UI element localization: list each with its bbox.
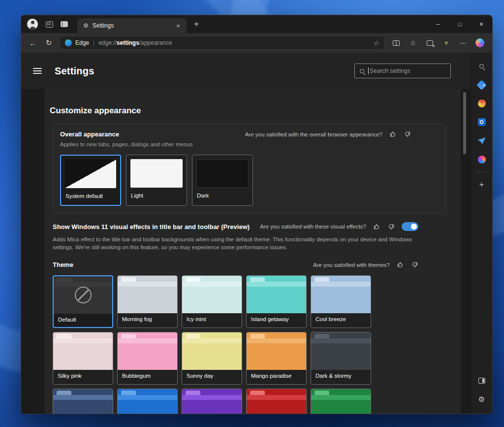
back-button[interactable]: ← bbox=[25, 36, 41, 50]
theme-preview bbox=[118, 389, 177, 414]
split-screen-button[interactable] bbox=[388, 36, 405, 50]
content-column: Customize appearance Overall appearance … bbox=[45, 89, 461, 414]
theme-tile-morning-fog[interactable]: Morning fog bbox=[117, 275, 178, 328]
sidebar-messenger-button[interactable] bbox=[474, 152, 489, 167]
thumbs-up-icon[interactable] bbox=[373, 223, 380, 230]
sidebar-search-button[interactable] bbox=[474, 59, 489, 73]
collections-button[interactable] bbox=[421, 36, 438, 50]
theme-tile-label: Bubblegum bbox=[118, 370, 177, 379]
more-menu-button[interactable]: ⋯ bbox=[455, 36, 472, 50]
thumbs-down-icon[interactable] bbox=[411, 261, 418, 268]
theme-tile-dark-stormy[interactable]: Dark & stormy bbox=[311, 332, 371, 385]
theme-tile-sunny-day[interactable]: Sunny day bbox=[182, 332, 242, 385]
sidebar-shopping-button[interactable] bbox=[474, 77, 489, 92]
settings-search-box[interactable] bbox=[354, 64, 451, 78]
scrollbar-thumb[interactable] bbox=[463, 92, 466, 154]
preview-toolbar-shape bbox=[311, 395, 371, 400]
theme-tile-unlabeled[interactable] bbox=[117, 389, 178, 414]
preview-tab-shape bbox=[57, 334, 71, 338]
settings-body: Customize appearance Overall appearance … bbox=[21, 89, 471, 414]
sidebar-panel-button[interactable] bbox=[474, 373, 489, 388]
sidebar-outlook-button[interactable]: O bbox=[474, 115, 489, 130]
theme-tile-label: Dark & stormy bbox=[311, 370, 371, 379]
theme-preview bbox=[182, 332, 242, 370]
appearance-option-light[interactable]: Light bbox=[126, 155, 187, 206]
theme-tile-label: Sunny day bbox=[182, 370, 242, 379]
preview-toolbar-shape bbox=[118, 338, 177, 343]
preview-tab-shape bbox=[250, 334, 265, 338]
preview-tab-shape bbox=[186, 334, 200, 338]
sidebar-settings-button[interactable]: ⚙ bbox=[474, 392, 489, 407]
browser-content: Settings Customize appearance Overall ap… bbox=[21, 53, 492, 414]
visual-effects-title: Show Windows 11 visual effects in title … bbox=[53, 223, 250, 230]
sidebar-drop-button[interactable] bbox=[474, 133, 489, 148]
section-heading: Customize appearance bbox=[50, 106, 450, 116]
preview-toolbar-shape bbox=[247, 395, 306, 400]
theme-tile-silky-pink[interactable]: Silky pink bbox=[53, 332, 113, 385]
favorites-button[interactable]: ☆ bbox=[405, 36, 421, 50]
preview-toolbar-shape bbox=[118, 395, 177, 400]
preview-tab-shape bbox=[186, 277, 200, 282]
theme-tile-unlabeled[interactable] bbox=[246, 389, 307, 414]
thumbs-down-icon[interactable] bbox=[404, 131, 411, 138]
preview-toolbar-shape bbox=[182, 282, 242, 287]
appearance-preview-dark bbox=[196, 159, 249, 188]
drop-icon bbox=[478, 137, 486, 144]
theme-tile-icy-mint[interactable]: Icy mint bbox=[182, 275, 242, 328]
maximize-button[interactable]: □ bbox=[449, 15, 471, 33]
theme-tile-bubblegum[interactable]: Bubblegum bbox=[117, 332, 178, 385]
thumbs-up-icon[interactable] bbox=[389, 131, 397, 138]
theme-title: Theme bbox=[53, 261, 73, 268]
minimize-button[interactable]: ─ bbox=[427, 15, 449, 33]
theme-tile-unlabeled[interactable] bbox=[311, 389, 371, 414]
visual-effects-toggle[interactable] bbox=[402, 222, 418, 231]
browser-window: ⚙ Settings × + ─ □ × ← ↻ Edge | edge:// … bbox=[21, 15, 493, 414]
refresh-button[interactable]: ↻ bbox=[41, 36, 57, 50]
preview-tab-shape bbox=[121, 391, 136, 395]
theme-tile-label: Mango paradise bbox=[247, 370, 306, 379]
edge-logo-icon bbox=[65, 39, 72, 46]
address-bar[interactable]: Edge | edge:// settings /appearance ☆ bbox=[60, 36, 385, 50]
tab-close-icon[interactable]: × bbox=[174, 21, 183, 30]
preview-tab-shape bbox=[121, 277, 136, 282]
profile-avatar[interactable] bbox=[27, 19, 38, 30]
new-tab-button[interactable]: + bbox=[189, 18, 203, 31]
workspaces-icon bbox=[46, 21, 53, 28]
theme-section: Theme Are you satisfied with themes? Def… bbox=[53, 261, 446, 414]
browser-essentials-button[interactable]: ♥ bbox=[438, 36, 455, 50]
close-button[interactable]: × bbox=[471, 15, 492, 33]
messenger-icon bbox=[478, 156, 486, 164]
theme-tile-unlabeled[interactable] bbox=[53, 389, 113, 414]
settings-page: Settings Customize appearance Overall ap… bbox=[21, 53, 471, 414]
theme-preview bbox=[182, 276, 242, 313]
preview-tab-shape bbox=[57, 278, 72, 282]
tab-actions-icon bbox=[61, 21, 68, 27]
theme-preview bbox=[247, 332, 306, 370]
theme-preview bbox=[53, 332, 113, 370]
tab-settings[interactable]: ⚙ Settings × bbox=[77, 18, 187, 33]
appearance-option-system[interactable]: System default bbox=[60, 155, 121, 206]
theme-tile-mango-paradise[interactable]: Mango paradise bbox=[246, 332, 307, 385]
tab-actions-button[interactable] bbox=[57, 17, 71, 31]
toolbar: ← ↻ Edge | edge:// settings /appearance … bbox=[21, 33, 492, 53]
workspaces-button[interactable] bbox=[42, 17, 57, 31]
thumbs-up-icon[interactable] bbox=[397, 261, 404, 268]
search-input[interactable] bbox=[369, 67, 450, 74]
menu-button[interactable] bbox=[33, 68, 42, 74]
theme-tile-unlabeled[interactable] bbox=[182, 389, 242, 414]
theme-tile-cool-breeze[interactable]: Cool breeze bbox=[311, 275, 371, 328]
heart-pulse-icon: ♥ bbox=[444, 39, 448, 47]
sidebar-games-button[interactable] bbox=[474, 96, 489, 111]
theme-tile-label: Cool breeze bbox=[311, 313, 371, 322]
appearance-option-dark[interactable]: Dark bbox=[192, 155, 253, 206]
copilot-button[interactable] bbox=[472, 36, 488, 50]
appearance-options: System defaultLightDark bbox=[60, 155, 439, 206]
theme-preview bbox=[311, 276, 371, 313]
theme-tile-island-getaway[interactable]: Island getaway bbox=[246, 275, 307, 328]
sidebar-add-button[interactable]: + bbox=[474, 177, 489, 192]
thumbs-down-icon[interactable] bbox=[387, 223, 395, 230]
preview-tab-shape bbox=[315, 277, 329, 282]
theme-tile-label: Icy mint bbox=[182, 313, 242, 322]
add-favorite-icon[interactable]: ☆ bbox=[374, 39, 379, 47]
theme-tile-default[interactable]: Default bbox=[53, 275, 113, 328]
